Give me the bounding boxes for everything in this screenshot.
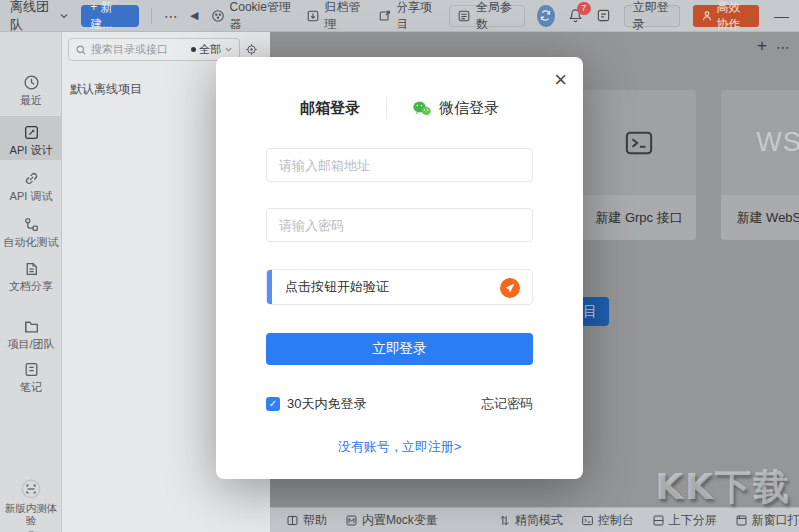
rail-item-recent[interactable]: 最近	[0, 74, 62, 106]
search-placeholder: 搜索目录或接口	[91, 42, 187, 57]
rail-item-doc-share[interactable]: 文档分享	[0, 261, 62, 292]
remember-checkbox[interactable]: ✓	[266, 397, 280, 411]
note-icon	[0, 361, 62, 378]
rail-label-notes: 笔记	[0, 381, 62, 393]
doc-share-icon	[0, 261, 62, 277]
global-params-button[interactable]: 全局参数	[449, 5, 525, 27]
mock-vars-button[interactable]: 内置Mock变量	[345, 512, 438, 529]
search-box[interactable]: 搜索目录或接口 全部	[68, 38, 240, 61]
tab-divider	[386, 97, 387, 119]
cookie-icon	[211, 9, 225, 23]
help-label: 帮助	[303, 512, 327, 529]
tab-wechat-login[interactable]: 微信登录	[412, 99, 499, 118]
sync-avatar[interactable]	[537, 5, 554, 27]
password-field[interactable]	[266, 208, 533, 242]
new-button-label: + 新建...	[90, 0, 130, 33]
compact-mode-label: 精简模式	[515, 512, 563, 529]
compact-mode-button[interactable]: 精简模式	[498, 512, 563, 529]
terminal-icon	[624, 129, 654, 157]
top-toolbar: 离线团队 + 新建... ⋯ ◀ Cookie管理器 归档管理 分享项目	[0, 0, 799, 32]
mock-vars-label: 内置Mock变量	[362, 512, 438, 529]
console-button[interactable]: 控制台	[581, 512, 634, 529]
forgot-password-link[interactable]: 忘记密码	[481, 395, 533, 413]
register-link[interactable]: 没有账号，立即注册>	[266, 438, 533, 456]
sync-icon	[539, 9, 552, 22]
card-new-grpc-label: 新建 Grpc 接口	[595, 209, 682, 227]
back-icon[interactable]: ◀	[190, 9, 198, 22]
api-debug-icon	[0, 170, 62, 187]
minimize-icon[interactable]: —	[774, 7, 789, 24]
split-screen-icon	[652, 514, 665, 527]
person-icon	[701, 10, 713, 22]
remember-me[interactable]: ✓ 30天内免登录	[266, 395, 366, 413]
notifications-button[interactable]: 7	[568, 8, 583, 23]
split-screen-label: 上下分屏	[669, 512, 717, 529]
card-new-websocket-label: 新建 WebSock	[736, 209, 799, 227]
team-switcher[interactable]: 离线团队	[10, 0, 69, 34]
new-window-icon	[735, 514, 748, 527]
search-icon	[75, 44, 87, 56]
project-name: 默认离线项目	[70, 81, 222, 98]
topbar-login-label: 立即登录	[633, 0, 671, 33]
share-icon	[378, 9, 392, 23]
help-button[interactable]: 帮助	[286, 512, 327, 529]
feedback-icon[interactable]	[596, 8, 611, 23]
captcha-verify-icon[interactable]	[499, 277, 521, 299]
card-new-grpc[interactable]: 新建 Grpc 接口	[582, 90, 696, 240]
archive-icon	[306, 9, 320, 23]
share-project-button[interactable]: 分享项目	[378, 0, 437, 33]
login-tabs: 邮箱登录 微信登录	[216, 97, 583, 119]
email-field[interactable]	[266, 148, 533, 182]
team-switcher-label: 离线团队	[10, 0, 55, 34]
rail-item-api-design[interactable]: API 设计	[0, 116, 62, 160]
cookie-manager-button[interactable]: Cookie管理器	[211, 0, 294, 33]
console-label: 控制台	[598, 512, 634, 529]
toolbar-right-group: 7 立即登录 高效协作 —	[537, 5, 789, 27]
card-new-websocket[interactable]: WS 新建 WebSock	[721, 90, 799, 240]
split-screen-button[interactable]: 上下分屏	[652, 512, 717, 529]
more-icon[interactable]: ⋯	[164, 8, 178, 24]
partial-project-button-label: 目	[583, 303, 597, 321]
captcha-accent-bar	[267, 270, 272, 304]
topbar-login-button[interactable]: 立即登录	[624, 5, 680, 27]
rail-label-recent: 最近	[0, 94, 62, 106]
close-icon[interactable]: ×	[554, 69, 567, 91]
collab-button[interactable]: 高效协作	[693, 5, 760, 27]
add-tab-icon[interactable]: +	[757, 36, 767, 56]
locate-target-icon[interactable]	[245, 43, 258, 56]
new-button[interactable]: + 新建...	[81, 5, 139, 27]
mock-icon	[345, 514, 358, 527]
login-modal: × 邮箱登录 微信登录 点击按钮开始验证	[216, 57, 583, 479]
tab-bar: + ⋯	[270, 32, 799, 60]
params-icon	[457, 9, 471, 23]
rail-item-notes[interactable]: 笔记	[0, 361, 62, 393]
login-submit-button[interactable]: 立即登录	[266, 333, 533, 365]
captcha-widget[interactable]: 点击按钮开始验证	[266, 269, 533, 305]
beta-scan-icon	[0, 479, 62, 499]
left-rail: 最近 API 设计 API 调试 自动化测试 文档分享	[0, 32, 62, 532]
filter-label: 全部	[199, 42, 221, 57]
new-window-button[interactable]: 新窗口打开	[735, 512, 799, 529]
toolbar-divider	[151, 8, 152, 24]
rail-label-api-debug: API 调试	[0, 190, 62, 202]
console-icon	[581, 514, 594, 527]
site-watermark: KK下载	[655, 463, 791, 512]
automation-icon	[0, 216, 62, 233]
rail-item-project-team[interactable]: 项目/团队	[0, 318, 62, 350]
rail-label-automation: 自动化测试	[0, 236, 62, 248]
rail-label-api-design: API 设计	[0, 144, 62, 156]
rail-item-beta[interactable]: 新版内测体验	[0, 479, 62, 526]
rail-item-automation[interactable]: 自动化测试	[0, 216, 62, 248]
new-window-label: 新窗口打开	[752, 512, 799, 529]
ws-watermark: WS	[756, 127, 799, 158]
tab-more-icon[interactable]: ⋯	[776, 39, 791, 55]
archive-manager-button[interactable]: 归档管理	[306, 0, 366, 33]
share-project-label: 分享项目	[397, 0, 437, 33]
search-filter[interactable]: 全部	[191, 42, 233, 57]
rail-label-doc-share: 文档分享	[0, 280, 62, 292]
notification-badge: 7	[577, 2, 591, 15]
chevron-down-icon	[59, 11, 69, 21]
rail-item-api-debug[interactable]: API 调试	[0, 170, 62, 202]
tab-email-login[interactable]: 邮箱登录	[300, 99, 360, 118]
rail-label-project-team: 项目/团队	[0, 338, 62, 350]
